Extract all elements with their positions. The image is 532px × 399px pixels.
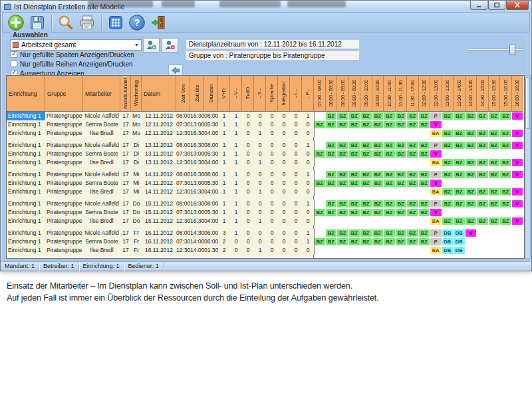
table-cell[interactable]: 06:00 (204, 237, 218, 246)
slot-cell[interactable] (466, 208, 477, 217)
slot-cell[interactable]: P (430, 112, 442, 120)
table-cell[interactable]: Einrichtung 1 (7, 120, 45, 129)
table-cell[interactable]: 17 (120, 208, 131, 217)
table-cell[interactable]: 0 (278, 217, 290, 225)
table-cell[interactable]: Fr (131, 246, 142, 255)
table-cell[interactable]: 08:00 (176, 200, 190, 208)
table-cell[interactable]: Piratengruppe (45, 208, 83, 217)
table-cell[interactable]: 12.11.2012 (142, 129, 176, 138)
table-cell[interactable]: 08:00 (204, 170, 218, 179)
slot-cell[interactable]: BZ (326, 112, 338, 120)
slot-cell[interactable] (454, 179, 466, 188)
table-cell[interactable]: 1 (302, 141, 314, 150)
table-cell[interactable]: 0 (278, 129, 290, 138)
slot-cell[interactable]: BA (430, 188, 442, 196)
table-cell[interactable]: 0 (290, 150, 302, 158)
slot-cell[interactable]: BZ (419, 179, 431, 188)
slot-cell[interactable]: BZ (419, 112, 431, 120)
table-cell[interactable]: 0 (242, 112, 254, 120)
slot-cell[interactable] (384, 217, 396, 225)
slot-cell[interactable]: BZ (349, 170, 361, 179)
slot-cell[interactable]: BZ (442, 158, 454, 167)
slot-cell[interactable]: BZ (326, 170, 338, 179)
table-cell[interactable]: 1 (302, 237, 314, 246)
slot-cell[interactable]: BZ (360, 200, 372, 208)
slot-cell[interactable] (314, 229, 326, 237)
table-cell[interactable]: 0 (242, 179, 254, 188)
table-cell[interactable]: 08:00 (176, 229, 190, 237)
table-cell[interactable]: 0 (278, 158, 290, 167)
slot-cell[interactable] (326, 158, 338, 167)
slot-cell[interactable] (360, 129, 372, 138)
slot-cell[interactable] (314, 246, 326, 255)
table-cell[interactable]: 07:30 (176, 179, 190, 188)
slot-cell[interactable]: BZ (396, 170, 408, 179)
slot-cell[interactable]: BZ (384, 179, 396, 188)
slot-cell[interactable]: BZ (337, 208, 349, 217)
slot-cell[interactable] (500, 179, 512, 188)
table-cell[interactable]: 1 (254, 188, 266, 196)
table-cell[interactable]: 0 (254, 200, 266, 208)
table-cell[interactable]: 0 (266, 208, 278, 217)
slot-cell[interactable] (477, 208, 489, 217)
slot-cell[interactable] (384, 246, 396, 255)
table-cell[interactable]: 17 (120, 246, 131, 255)
table-cell[interactable]: 17 (120, 150, 131, 158)
table-cell[interactable]: Einrichtung 1 (7, 158, 45, 167)
table-cell[interactable]: Ilse Bredl (83, 158, 120, 167)
table-cell[interactable]: 0 (302, 120, 314, 129)
table-cell[interactable]: 0 (278, 229, 290, 237)
slot-cell[interactable]: P (430, 141, 442, 150)
slot-cell[interactable]: BZ (384, 237, 396, 246)
table-cell[interactable]: 0 (302, 150, 314, 158)
table-cell[interactable]: 1 (218, 188, 230, 196)
table-cell[interactable]: 17 (120, 112, 131, 120)
table-cell[interactable]: 16:30 (190, 141, 204, 150)
slot-cell[interactable] (372, 129, 384, 138)
slot-cell[interactable]: BZ (349, 120, 361, 129)
table-cell[interactable]: 13.11.2012 (142, 158, 176, 167)
table-cell[interactable]: 0 (266, 170, 278, 179)
slot-cell[interactable]: BZ (477, 188, 489, 196)
table-cell[interactable]: 0 (254, 208, 266, 217)
slot-cell[interactable] (407, 129, 419, 138)
table-cell[interactable]: Semra Boote (83, 179, 120, 188)
table-cell[interactable]: 06:00 (204, 229, 218, 237)
slot-cell[interactable]: BZ (360, 141, 372, 150)
slot-cell[interactable]: BZ (326, 229, 338, 237)
table-cell[interactable]: 0 (230, 246, 242, 255)
table-cell[interactable]: 0 (242, 120, 254, 129)
slot-cell[interactable]: BZ (477, 112, 489, 120)
table-cell[interactable]: 0 (266, 246, 278, 255)
table-cell[interactable]: 1 (230, 179, 242, 188)
maximize-button[interactable] (488, 1, 505, 10)
slot-cell[interactable]: V (512, 158, 524, 167)
slot-cell[interactable]: BZ (489, 170, 501, 179)
table-cell[interactable]: Ilse Bredl (83, 129, 120, 138)
slot-cell[interactable] (466, 246, 477, 255)
slot-cell[interactable] (454, 208, 466, 217)
table-cell[interactable]: Ilse Bredl (83, 188, 120, 196)
slot-cell[interactable]: BZ (384, 170, 396, 179)
slot-cell[interactable]: DB (454, 237, 466, 246)
table-cell[interactable]: Einrichtung 1 (7, 188, 45, 196)
slot-cell[interactable] (500, 229, 512, 237)
slot-cell[interactable] (360, 188, 372, 196)
table-cell[interactable]: Mi (131, 188, 142, 196)
table-cell[interactable]: 13:00 (190, 120, 204, 129)
slot-cell[interactable] (442, 150, 454, 158)
slot-cell[interactable] (477, 120, 489, 129)
slot-cell[interactable]: BZ (407, 237, 419, 246)
slot-cell[interactable]: BZ (407, 170, 419, 179)
slot-cell[interactable]: BA (430, 129, 442, 138)
slot-cell[interactable] (466, 150, 477, 158)
slot-cell[interactable] (500, 246, 512, 255)
table-cell[interactable]: 0 (278, 112, 290, 120)
table-cell[interactable]: 15.11.2012 (142, 200, 176, 208)
table-cell[interactable]: 1 (218, 158, 230, 167)
slot-cell[interactable]: BZ (466, 170, 477, 179)
slot-cell[interactable] (384, 129, 396, 138)
slot-cell[interactable] (326, 246, 338, 255)
slot-cell[interactable] (442, 120, 454, 129)
slot-cell[interactable] (314, 217, 326, 225)
